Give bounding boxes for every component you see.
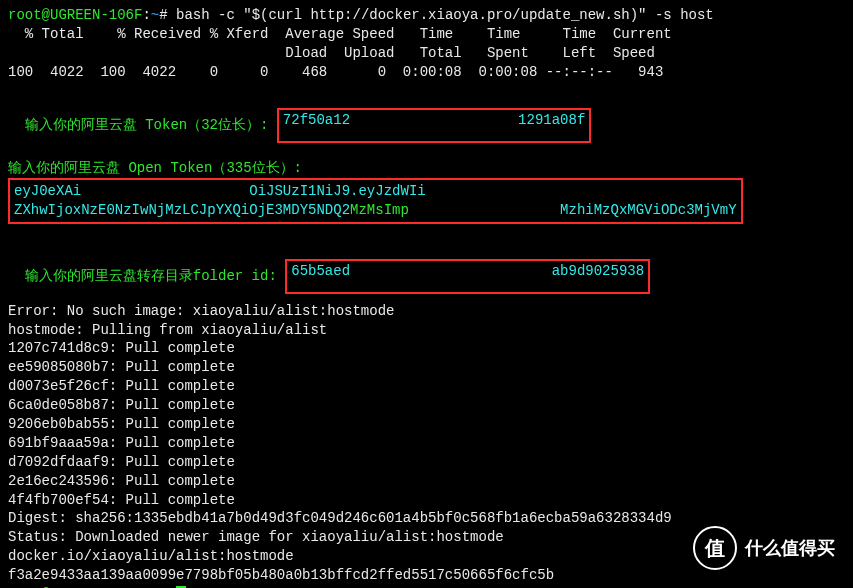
curl-progress: 100 4022 100 4022 0 0 468 0 0:00:08 0:00… bbox=[8, 63, 845, 82]
token-value-box: 72f50a12XXXXXXXXXXXXXXXXXXXX1291a08f bbox=[277, 108, 591, 143]
watermark-icon: 值 bbox=[693, 526, 737, 570]
layer-6: d7092dfdaaf9: Pull complete bbox=[8, 453, 845, 472]
shell-prompt-line: root@UGREEN-106F:~# bash -c "$(curl http… bbox=[8, 6, 845, 25]
layer-3: 6ca0de058b87: Pull complete bbox=[8, 396, 845, 415]
open-token-value-box: eyJ0eXAiXXXXXXXXXXXXXXXXXXXXOiJSUzI1NiJ9… bbox=[8, 178, 743, 224]
layer-4: 9206eb0bab55: Pull complete bbox=[8, 415, 845, 434]
docker-pulling: hostmode: Pulling from xiaoyaliu/alist bbox=[8, 321, 845, 340]
layer-1: ee59085080b7: Pull complete bbox=[8, 358, 845, 377]
folder-value-box: 65b5aedXXXXXXXXXXXXXXXXXXXXXXXXab9d90259… bbox=[285, 259, 650, 294]
layer-0: 1207c741d8c9: Pull complete bbox=[8, 339, 845, 358]
token-prompt-line[interactable]: 输入你的阿里云盘 Token（32位长）: 72f50a12XXXXXXXXXX… bbox=[8, 90, 845, 144]
curl-header-1: % Total % Received % Xferd Average Speed… bbox=[8, 25, 845, 44]
open-token-label: 输入你的阿里云盘 Open Token（335位长）: bbox=[8, 160, 302, 176]
layer-2: d0073e5f26cf: Pull complete bbox=[8, 377, 845, 396]
token-label: 输入你的阿里云盘 Token（32位长）: bbox=[25, 118, 277, 134]
layer-8: 4f4fb700ef54: Pull complete bbox=[8, 491, 845, 510]
docker-error: Error: No such image: xiaoyaliu/alist:ho… bbox=[8, 302, 845, 321]
open-token-prompt-line[interactable]: 输入你的阿里云盘 Open Token（335位长）: eyJ0eXAiXXXX… bbox=[8, 159, 845, 224]
watermark-badge: 值 什么值得买 bbox=[693, 526, 835, 570]
layer-5: 691bf9aaa59a: Pull complete bbox=[8, 434, 845, 453]
folder-label: 输入你的阿里云盘转存目录folder id: bbox=[25, 268, 285, 284]
prompt-user: root@UGREEN-106F bbox=[8, 7, 142, 23]
layer-7: 2e16ec243596: Pull complete bbox=[8, 472, 845, 491]
folder-prompt-line[interactable]: 输入你的阿里云盘转存目录folder id: 65b5aedXXXXXXXXXX… bbox=[8, 240, 845, 294]
watermark-text: 什么值得买 bbox=[745, 536, 835, 560]
curl-header-2: Dload Upload Total Spent Left Speed bbox=[8, 44, 845, 63]
command-text: bash -c "$(curl http://docker.xiaoya.pro… bbox=[176, 7, 714, 23]
prompt-path: ~ bbox=[151, 7, 159, 23]
